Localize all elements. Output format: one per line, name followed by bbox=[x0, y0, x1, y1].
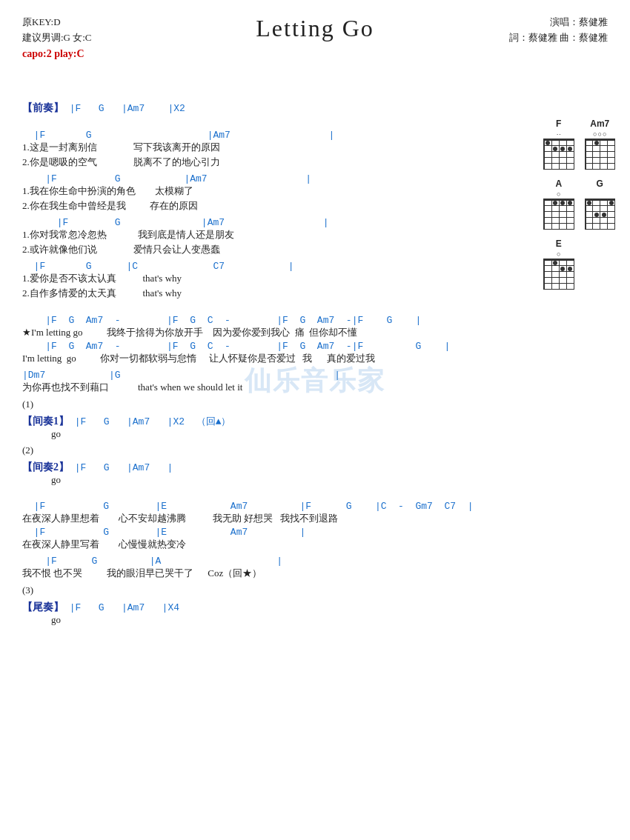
suggestion-label: 建议男调:G 女:C bbox=[22, 30, 92, 46]
chord-F: F ·· bbox=[543, 119, 574, 170]
chord-G: G bbox=[585, 179, 616, 230]
verse2-lyric1a: 1.我在你生命中扮演的角色 太模糊了 bbox=[22, 184, 608, 198]
section-prelude: 【前奏】 |F G |Am7 |X2 bbox=[22, 101, 608, 115]
section-verse2: |F G |Am7 | 1.我在你生命中扮演的角色 太模糊了 2.你在我生命中曾… bbox=[22, 173, 608, 213]
verse2-lyric1b: 2.你在我生命中曾经是我 存在的原因 bbox=[22, 199, 608, 213]
prelude-chords: |F G |Am7 |X2 bbox=[64, 103, 185, 114]
verse1-lyric1a: 1.这是一封离别信 写下我该离开的原因 bbox=[22, 141, 608, 154]
chorus-chords1: |F G Am7 - |F G C - |F G Am7 -|F G | bbox=[22, 315, 608, 326]
verse1-lyric1b: 2.你是嗯吸的空气 脱离不了的地心引力 bbox=[22, 156, 608, 169]
section-interlude2: 【间奏2】 |F G |Am7 | go bbox=[22, 461, 608, 486]
verse4-chords1: |F G |C C7 | bbox=[22, 261, 608, 272]
verse1-chords1: |F G |Am7 | bbox=[22, 130, 608, 141]
prelude-header: 【前奏】 bbox=[22, 102, 64, 113]
section-verse3: |F G |Am7 | 1.你对我常忽冷忽热 我到底是情人还是朋友 2.或许就像… bbox=[22, 217, 608, 256]
chord-E: E ○ bbox=[543, 239, 574, 290]
verse6-chords1: |F G |A | bbox=[22, 556, 608, 567]
chord-Am7: Am7 ○○○ bbox=[585, 119, 616, 170]
marker-2: (2) bbox=[22, 444, 608, 456]
chord-diagrams-container: F ·· bbox=[543, 119, 615, 290]
lyricist-label: 詞：蔡健雅 曲：蔡健雅 bbox=[509, 30, 608, 46]
section-chorus: |F G Am7 - |F G C - |F G Am7 -|F G | ★I'… bbox=[22, 315, 608, 365]
section-outro: 【尾奏】 |F G |Am7 |X4 go bbox=[22, 601, 608, 626]
interlude2-chords: |F G |Am7 | bbox=[69, 462, 173, 473]
chord-row-1: F ·· bbox=[543, 119, 615, 170]
chorus-lyric2: I'm letting go 你对一切都软弱与怠惰 让人怀疑你是否爱过 我 真的… bbox=[22, 352, 608, 365]
section-verse4: |F G |C C7 | 1.爱你是否不该太认真 that's why 2.自作… bbox=[22, 261, 608, 300]
interlude1-header: 【间奏1】 bbox=[22, 416, 69, 427]
chord-row-2: A ○ bbox=[543, 179, 615, 230]
outro-chords: |F G |Am7 |X4 bbox=[64, 602, 179, 613]
section-verse1: |F G |Am7 | 1.这是一封离别信 写下我该离开的原因 2.你是嗯吸的空… bbox=[22, 130, 608, 169]
capo-label: capo:2 play:C bbox=[22, 46, 92, 62]
key-label: 原KEY:D bbox=[22, 15, 92, 30]
meta-right: 演唱：蔡健雅 詞：蔡健雅 曲：蔡健雅 bbox=[509, 15, 608, 46]
interlude1-go: go bbox=[22, 428, 608, 440]
verse3-lyric1a: 1.你对我常忽冷忽热 我到底是情人还是朋友 bbox=[22, 228, 608, 241]
interlude2-header: 【间奏2】 bbox=[22, 461, 69, 473]
verse3-lyric1b: 2.或许就像他们说 爱情只会让人变愚蠢 bbox=[22, 243, 608, 256]
outro-go: go bbox=[22, 614, 608, 626]
section-bridge: |Dm7 |G | 为你再也找不到藉口 that's when we shoul… bbox=[22, 370, 608, 394]
verse2-chords1: |F G |Am7 | bbox=[22, 173, 608, 184]
verse5-chords2: |F G |E Am7 | bbox=[22, 527, 608, 538]
marker-1: (1) bbox=[22, 399, 608, 410]
bridge-chords1: |Dm7 |G | bbox=[22, 370, 608, 381]
chorus-lyric1: ★I'm letting go 我终于捨得为你放开手 因为爱你爱到我心 痛 但你… bbox=[22, 326, 608, 339]
section-verse6: |F G |A | 我不恨 也不哭 我的眼泪早已哭干了 Coz（回★） bbox=[22, 556, 608, 580]
verse5-lyric1b: 在夜深人静里写着 心慢慢就热变冷 bbox=[22, 538, 608, 551]
main-content: 【前奏】 |F G |Am7 |X2 |F G |Am7 | 1.这是一封离别信… bbox=[22, 101, 608, 626]
bridge-lyric1: 为你再也找不到藉口 that's when we should let it bbox=[22, 381, 608, 394]
interlude2-go: go bbox=[22, 474, 608, 486]
interlude1-chords: |F G |Am7 |X2 （回▲） bbox=[69, 416, 231, 427]
verse3-chords1: |F G |Am7 | bbox=[22, 217, 608, 228]
section-interlude1: 【间奏1】 |F G |Am7 |X2 （回▲） go bbox=[22, 415, 608, 440]
marker-3: (3) bbox=[22, 584, 608, 596]
chord-A: A ○ bbox=[543, 179, 574, 230]
section-verse5: |F G |E Am7 |F G |C - Gm7 C7 | 在夜深人静里想着 … bbox=[22, 501, 608, 551]
verse4-lyric1b: 2.自作多情爱的太天真 that's why bbox=[22, 287, 608, 300]
verse4-lyric1a: 1.爱你是否不该太认真 that's why bbox=[22, 272, 608, 285]
verse5-chords1: |F G |E Am7 |F G |C - Gm7 C7 | bbox=[22, 501, 608, 512]
verse6-lyric1a: 我不恨 也不哭 我的眼泪早已哭干了 Coz（回★） bbox=[22, 567, 608, 580]
outro-header: 【尾奏】 bbox=[22, 601, 64, 613]
singer-label: 演唱：蔡健雅 bbox=[509, 15, 608, 30]
chord-row-3: E ○ bbox=[543, 239, 615, 290]
chorus-chords2: |F G Am7 - |F G C - |F G Am7 -|F G | bbox=[22, 341, 608, 352]
meta-left: 原KEY:D 建议男调:G 女:C capo:2 play:C bbox=[22, 15, 92, 62]
verse5-lyric1a: 在夜深人静里想着 心不安却越沸腾 我无助 好想哭 我找不到退路 bbox=[22, 512, 608, 525]
